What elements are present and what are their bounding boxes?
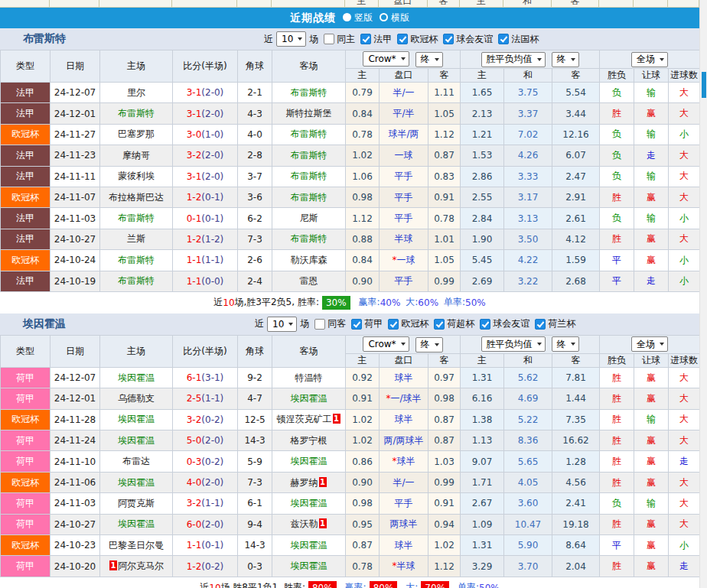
column-header: 角球: [238, 50, 272, 83]
avg-away-cell: 2.68: [552, 271, 600, 291]
avg-home-cell: 6.16: [461, 388, 504, 409]
goals-result-cell: 走: [669, 556, 700, 577]
match-row: 荷甲24-11-10布雷达0-3(0-2)5-9埃因霍温0.86*球半1.039…: [1, 451, 700, 472]
handicap-result-cell: 赢: [634, 451, 669, 472]
avg-home-cell: 1.21: [461, 124, 504, 145]
odds-stage-select[interactable]: 终: [415, 52, 443, 67]
home-odds-cell: 0.90: [346, 472, 380, 492]
recent-count-select[interactable]: 10: [267, 317, 297, 332]
date-cell: 24-11-28: [50, 409, 100, 430]
away-team-cell: 埃因霍温: [272, 388, 346, 409]
team-label: 埃因霍温: [291, 456, 327, 466]
goals-result-cell: 小: [669, 124, 700, 145]
team-label: 布雷斯特: [291, 192, 327, 203]
corners-cell: 2-8: [238, 145, 272, 166]
match-row: 欧冠杯24-10-23巴黎圣日尔曼1-1(0-1)14-3埃因霍温0.87球半1…: [1, 535, 700, 556]
corners-cell: 3-6: [238, 187, 272, 207]
match-row: 法甲24-11-11蒙彼利埃3-1(2-0)3-7布雷斯特1.06平手0.832…: [1, 166, 700, 187]
avg-draw-cell: 7.02: [504, 124, 552, 145]
competition-cell: 欧冠杯: [1, 124, 50, 145]
same-venue-checkbox[interactable]: [314, 319, 325, 330]
avg-draw-cell: 4.69: [504, 388, 552, 409]
rate-label: 大:: [406, 296, 418, 309]
home-odds-cell: 1.02: [346, 409, 380, 430]
league-checkbox-0[interactable]: [351, 319, 362, 330]
competition-cell: 荷甲: [1, 556, 50, 577]
avg-stage-select[interactable]: 终: [552, 336, 579, 352]
avg-home-cell: 1.09: [461, 514, 504, 534]
clipped-header-cell: [172, 0, 237, 7]
home-odds-cell: 0.78: [346, 124, 380, 145]
team-name: 布雷斯特: [23, 32, 66, 46]
result-cell: 负: [600, 493, 634, 514]
date-cell: 24-12-01: [50, 103, 100, 124]
scope-select[interactable]: 全场: [631, 52, 668, 67]
clipped-header-label: 客: [428, 0, 459, 8]
odds-source-select[interactable]: Crow*: [363, 336, 409, 352]
layout-radio-0[interactable]: [343, 13, 351, 21]
home-odds-cell: 0.91: [346, 388, 380, 409]
near-label: 近: [255, 317, 264, 330]
results-table: 类型日期主场比分(半场)角球客场Crow*终胜平负均值终全场主盘口客主和客胜负让…: [0, 335, 700, 577]
match-row: 欧冠杯24-11-27巴塞罗那3-0(1-0)4-0布雷斯特0.78球半/两1.…: [1, 124, 700, 145]
handicap-cell: 平手: [380, 493, 428, 514]
avg-source-select[interactable]: 胜平负均值: [481, 336, 546, 352]
goals-result-cell: 大: [669, 166, 700, 187]
corners-cell: 9-2: [238, 367, 272, 388]
handicap-result-cell: 赢: [634, 250, 669, 271]
date-cell: 24-11-06: [50, 472, 100, 492]
league-checkbox-3[interactable]: [498, 34, 509, 44]
odds-group-header: Crow*终: [346, 50, 461, 69]
avg-home-cell: 1.38: [461, 409, 504, 430]
home-team-cell: 埃因霍温: [100, 409, 173, 430]
result-cell: 负: [600, 208, 634, 229]
sub-column-header: 主: [346, 353, 380, 367]
league-checkbox-2[interactable]: [434, 319, 445, 330]
handicap-cell: 两球半: [380, 514, 428, 534]
avg-source-select[interactable]: 胜平负均值: [481, 52, 546, 67]
away-team-cell: 布雷斯特: [272, 229, 346, 249]
team-label: 赫罗纳: [291, 477, 318, 488]
sub-column-header: 主: [461, 69, 504, 83]
avg-draw-cell: 4.22: [504, 250, 552, 271]
scope-select[interactable]: 全场: [631, 336, 668, 352]
recent-count-select[interactable]: 10: [276, 31, 306, 47]
layout-radio-label-1[interactable]: 横版: [391, 12, 409, 23]
scrollbar-thumb[interactable]: [702, 72, 706, 98]
league-checkbox-1[interactable]: [388, 319, 399, 330]
league-checkbox-3[interactable]: [480, 319, 490, 330]
same-venue-checkbox[interactable]: [324, 34, 334, 44]
odds-source-select[interactable]: Crow*: [363, 51, 409, 67]
corners-cell: 6-2: [238, 208, 272, 229]
avg-home-cell: 2.13: [461, 103, 504, 124]
sub-column-header: 胜负: [600, 353, 634, 367]
team-label: 格罗宁根: [291, 435, 327, 446]
clipped-header-cell: [99, 0, 172, 7]
odds-stage-select[interactable]: 终: [415, 337, 443, 352]
avg-draw-cell: 3.17: [504, 187, 552, 207]
date-cell: 24-11-27: [50, 124, 100, 145]
league-checkbox-2[interactable]: [443, 34, 454, 44]
layout-radio-1[interactable]: [380, 13, 388, 21]
scrollbar-track[interactable]: [699, 0, 707, 588]
league-checkbox-4[interactable]: [535, 319, 546, 330]
team-label: 兹沃勒: [291, 518, 318, 529]
avg-away-cell: 16.62: [552, 430, 600, 451]
home-team-cell: 埃因霍温: [100, 367, 173, 388]
handicap-result-cell: 输: [634, 493, 669, 514]
goals-result-cell: 大: [669, 83, 700, 103]
avg-stage-select[interactable]: 终: [552, 52, 579, 67]
league-checkbox-0[interactable]: [360, 34, 371, 44]
column-header: 角球: [238, 335, 272, 367]
column-header: 类型: [1, 335, 50, 367]
home-odds-cell: 0.98: [346, 493, 380, 514]
goals-result-cell: 小: [669, 535, 700, 556]
layout-radio-label-0[interactable]: 竖版: [354, 12, 373, 23]
team-label: 布雷斯特: [291, 87, 327, 98]
avg-draw-cell: 5.22: [504, 409, 552, 430]
away-odds-cell: 0.87: [428, 409, 461, 430]
clipped-header-cell: [50, 0, 99, 7]
league-checkbox-1[interactable]: [397, 34, 408, 44]
home-team-cell: 埃因霍温: [100, 430, 173, 451]
team-label: 布雷斯特: [118, 108, 155, 119]
